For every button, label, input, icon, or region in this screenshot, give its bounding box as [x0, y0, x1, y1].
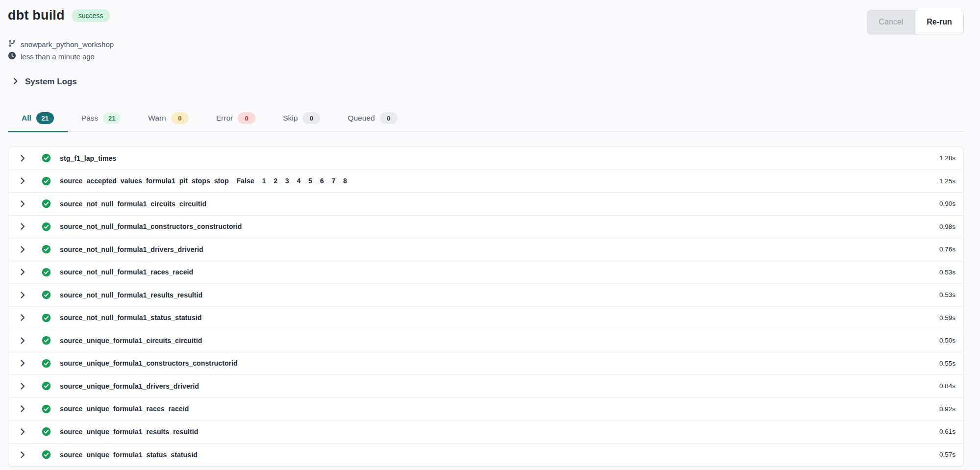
tab-skip[interactable]: Skip 0	[269, 107, 334, 132]
tab-count-badge: 21	[36, 112, 54, 124]
run-actions: Cancel Re-run	[867, 10, 964, 34]
tab-count-badge: 21	[103, 112, 121, 124]
result-name: stg_f1_lap_times	[60, 154, 116, 162]
result-duration: 0.90s	[939, 200, 955, 207]
result-name: source_not_null_formula1_status_statusid	[60, 314, 202, 322]
expand-row-button[interactable]	[17, 268, 28, 276]
header: dbt build success Cancel Re-run	[8, 8, 964, 34]
table-row[interactable]: source_not_null_formula1_constructors_co…	[8, 216, 963, 239]
results-list: stg_f1_lap_times 1.28s source_accepted_v…	[8, 147, 964, 467]
chevron-right-icon	[19, 200, 26, 208]
result-name: source_unique_formula1_races_raceid	[60, 405, 189, 413]
result-name: source_unique_formula1_circuits_circuiti…	[60, 337, 202, 345]
tab-error[interactable]: Error 0	[202, 107, 269, 132]
pass-check-icon	[42, 290, 51, 299]
expand-row-button[interactable]	[17, 154, 28, 162]
expand-row-button[interactable]	[17, 314, 28, 322]
table-row[interactable]: source_unique_formula1_circuits_circuiti…	[8, 329, 963, 352]
table-row[interactable]: source_not_null_formula1_results_resulti…	[8, 284, 963, 307]
pass-check-icon	[42, 199, 51, 208]
result-duration: 0.59s	[939, 314, 955, 322]
expand-row-button[interactable]	[17, 451, 28, 459]
chevron-right-icon	[19, 223, 26, 230]
result-duration: 0.53s	[939, 291, 955, 298]
result-duration: 1.25s	[939, 177, 955, 185]
expand-row-button[interactable]	[17, 382, 28, 390]
table-row[interactable]: source_accepted_values_formula1_pit_stop…	[8, 170, 963, 193]
run-time-ago: less than a minute ago	[21, 52, 95, 62]
expand-row-button[interactable]	[17, 246, 28, 253]
result-duration: 0.61s	[939, 428, 955, 435]
table-row[interactable]: source_not_null_formula1_circuits_circui…	[8, 193, 963, 216]
table-row[interactable]: source_not_null_formula1_races_raceid 0.…	[8, 261, 963, 284]
pass-check-icon	[42, 359, 51, 368]
result-name: source_unique_formula1_status_statusid	[60, 451, 198, 459]
chevron-right-icon	[19, 382, 26, 390]
chevron-right-icon	[19, 291, 26, 299]
tab-queued[interactable]: Queued 0	[334, 107, 411, 132]
pass-check-icon	[42, 153, 51, 163]
result-name: source_unique_formula1_constructors_cons…	[60, 359, 238, 367]
tab-count-badge: 0	[302, 112, 320, 124]
result-duration: 0.98s	[939, 223, 955, 230]
expand-row-button[interactable]	[17, 200, 28, 208]
pass-check-icon	[42, 336, 51, 345]
expand-row-button[interactable]	[17, 428, 28, 436]
table-row[interactable]: source_unique_formula1_drivers_driverid …	[8, 375, 963, 398]
tab-pass[interactable]: Pass 21	[68, 107, 134, 132]
git-branch-icon	[8, 39, 16, 50]
status-tabbar: All 21 Pass 21 Warn 0 Error 0 Skip 0 Que…	[8, 107, 964, 132]
cancel-button[interactable]: Cancel	[867, 10, 915, 34]
tab-count-badge: 0	[380, 112, 398, 124]
result-duration: 0.53s	[939, 269, 955, 276]
system-logs-toggle[interactable]: System Logs	[12, 77, 964, 87]
result-duration: 1.28s	[939, 154, 955, 162]
table-row[interactable]: stg_f1_lap_times 1.28s	[8, 147, 963, 170]
result-duration: 0.76s	[939, 246, 955, 253]
result-duration: 0.84s	[939, 382, 955, 390]
expand-row-button[interactable]	[17, 291, 28, 299]
expand-row-button[interactable]	[17, 177, 28, 185]
expand-row-button[interactable]	[17, 223, 28, 230]
table-row[interactable]: source_unique_formula1_status_statusid 0…	[8, 444, 963, 467]
expand-row-button[interactable]	[17, 337, 28, 345]
system-logs-label: System Logs	[25, 77, 77, 87]
chevron-right-icon	[19, 451, 26, 459]
pass-check-icon	[42, 381, 51, 391]
pass-check-icon	[42, 404, 51, 414]
expand-row-button[interactable]	[17, 359, 28, 367]
chevron-right-icon	[19, 177, 26, 185]
expand-row-button[interactable]	[17, 405, 28, 413]
table-row[interactable]: source_not_null_formula1_status_statusid…	[8, 307, 963, 330]
table-row[interactable]: source_unique_formula1_races_raceid 0.92…	[8, 398, 963, 421]
result-name: source_not_null_formula1_circuits_circui…	[60, 200, 206, 208]
run-meta: snowpark_python_workshop less than a min…	[8, 39, 964, 62]
chevron-right-icon	[19, 268, 26, 276]
branch-name: snowpark_python_workshop	[21, 40, 114, 49]
chevron-right-icon	[19, 359, 26, 367]
pass-check-icon	[42, 268, 51, 277]
result-name: source_unique_formula1_drivers_driverid	[60, 382, 199, 390]
rerun-button[interactable]: Re-run	[915, 10, 963, 34]
tab-all[interactable]: All 21	[8, 107, 68, 132]
table-row[interactable]: source_unique_formula1_constructors_cons…	[8, 352, 963, 375]
table-row[interactable]: source_not_null_formula1_drivers_driveri…	[8, 238, 963, 261]
result-name: source_unique_formula1_results_resultid	[60, 428, 198, 436]
pass-check-icon	[42, 313, 51, 322]
result-name: source_not_null_formula1_races_raceid	[60, 268, 193, 276]
chevron-right-icon	[19, 405, 26, 413]
chevron-right-icon	[12, 77, 19, 87]
result-name: source_not_null_formula1_drivers_driveri…	[60, 246, 203, 253]
pass-check-icon	[42, 245, 51, 254]
chevron-right-icon	[19, 154, 26, 162]
tab-warn[interactable]: Warn 0	[134, 107, 202, 132]
chevron-right-icon	[19, 428, 26, 436]
result-name: source_accepted_values_formula1_pit_stop…	[60, 177, 347, 185]
result-name: source_not_null_formula1_results_resulti…	[60, 291, 202, 299]
result-name: source_not_null_formula1_constructors_co…	[60, 223, 242, 230]
status-badge: success	[72, 9, 110, 22]
chevron-right-icon	[19, 246, 26, 253]
pass-check-icon	[42, 176, 51, 186]
tab-count-badge: 0	[238, 112, 255, 124]
table-row[interactable]: source_unique_formula1_results_resultid …	[8, 421, 963, 444]
